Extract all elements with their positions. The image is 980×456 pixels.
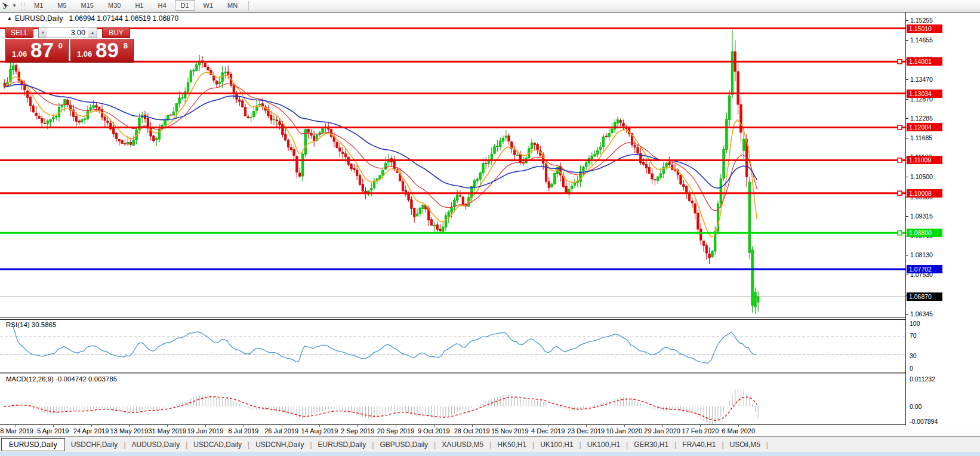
date-tick xyxy=(358,425,358,427)
macd-scale-label: -0.007894 xyxy=(910,418,938,425)
price-level-label: 1.14001 xyxy=(907,57,942,66)
rsi-scale-label: 100 xyxy=(910,320,920,327)
tab-fra40-h1[interactable]: FRA40,H1 xyxy=(676,439,722,451)
tab-gbpusd-daily[interactable]: GBPUSD,Daily xyxy=(374,439,434,451)
price-level-label: 1.08800 xyxy=(907,229,942,237)
date-tick xyxy=(167,425,168,427)
price-level-label: 1.11009 xyxy=(907,156,942,164)
rsi-indicator-plot[interactable] xyxy=(0,320,905,372)
date-label: 13 May 2019 xyxy=(110,427,149,435)
date-tick xyxy=(53,425,54,427)
date-label: 17 Feb 2020 xyxy=(682,427,719,435)
tab-audusd-daily[interactable]: AUDUSD,Daily xyxy=(126,439,186,451)
date-label: 4 Dec 2019 xyxy=(531,427,565,435)
timeframe-button-m15[interactable]: M15 xyxy=(75,0,100,11)
date-tick xyxy=(700,425,701,427)
date-tick xyxy=(586,425,587,427)
timeframe-button-m5[interactable]: M5 xyxy=(51,0,72,11)
buy-price-prefix: 1.06 xyxy=(77,50,92,58)
collapse-icon[interactable]: ▲ xyxy=(7,16,12,21)
date-label: 6 Mar 2020 xyxy=(722,427,755,435)
tab-usdcad-daily[interactable]: USDCAD,Daily xyxy=(187,439,248,451)
price-axis-tick: 1.15255 xyxy=(906,17,933,24)
chart-title-bar: ▲EURUSD,Daily1.06994 1.07144 1.06519 1.0… xyxy=(7,14,178,23)
sell-price-big: 87 xyxy=(30,38,54,62)
tab-eurusd-daily[interactable]: EURUSD,Daily xyxy=(312,439,372,451)
date-label: 15 Nov 2019 xyxy=(491,427,528,435)
price-level-label: 1.10008 xyxy=(907,189,942,198)
tab-usoil-m5[interactable]: USOil,M5 xyxy=(724,439,766,451)
rsi-label: RSI(14) 30.5865 xyxy=(6,321,56,328)
sell-price-button[interactable]: 1.06 87 0 xyxy=(5,39,69,63)
rsi-scale-label: 70 xyxy=(910,332,917,339)
volume-input[interactable] xyxy=(47,27,88,38)
date-label: 10 Jan 2020 xyxy=(606,427,643,435)
timeframe-button-w1[interactable]: W1 xyxy=(198,0,220,11)
date-tick xyxy=(510,425,510,427)
date-label: 29 Jan 2020 xyxy=(644,427,680,435)
toolbar-grip xyxy=(21,2,24,10)
date-tick xyxy=(396,425,396,427)
price-level-label: 1.07702 xyxy=(907,265,942,273)
tab-eurusd-daily[interactable]: EURUSD,Daily xyxy=(1,438,65,451)
cursor-tool-icon[interactable] xyxy=(1,1,11,10)
chart-window[interactable]: ▲EURUSD,Daily1.06994 1.07144 1.06519 1.0… xyxy=(0,12,980,425)
toolbar-separator xyxy=(248,1,249,10)
date-label: 14 Aug 2019 xyxy=(301,427,338,435)
buy-price-big: 89 xyxy=(95,38,119,62)
tab-uk100-h1[interactable]: UK100,H1 xyxy=(581,439,626,451)
chart-tabs-bar: EURUSD,DailyUSDCHF,Daily|AUDUSD,Daily|US… xyxy=(0,436,980,452)
price-axis-tick: 1.12285 xyxy=(906,115,933,122)
price-axis-tick: 1.13470 xyxy=(906,76,933,83)
bottom-strip xyxy=(0,452,980,456)
date-label: 18 Mar 2019 xyxy=(0,427,33,435)
price-level-label: 1.13034 xyxy=(907,90,942,98)
sell-button[interactable]: SELL xyxy=(5,27,33,38)
price-axis-tick: 1.11685 xyxy=(906,134,932,141)
date-label: 23 Dec 2019 xyxy=(568,427,605,435)
timeframe-button-h1[interactable]: H1 xyxy=(129,0,149,11)
timeframe-button-m1[interactable]: M1 xyxy=(28,0,49,11)
date-tick xyxy=(15,425,16,427)
date-label: 24 Apr 2019 xyxy=(73,427,109,435)
date-tick xyxy=(244,425,244,427)
volume-increase-button[interactable]: ▲ xyxy=(88,27,97,38)
timeframe-button-group: M1M5M15M30H1H4D1W1MN xyxy=(27,0,245,11)
toolbar: ▼ M1M5M15M30H1H4D1W1MN xyxy=(0,0,980,11)
date-tick xyxy=(319,425,320,427)
tab-usdchf-daily[interactable]: USDCHF,Daily xyxy=(65,439,124,451)
timeframe-button-h4[interactable]: H4 xyxy=(152,0,172,11)
timeframe-button-m30[interactable]: M30 xyxy=(102,0,127,11)
price-level-label: 1.15010 xyxy=(907,24,942,33)
date-tick xyxy=(282,425,282,427)
date-tick xyxy=(548,425,548,427)
price-level-label: 1.06870 xyxy=(907,292,942,301)
tab-hk50-h1[interactable]: HK50,H1 xyxy=(491,439,532,451)
date-axis: 18 Mar 20195 Apr 201924 Apr 201913 May 2… xyxy=(0,425,980,436)
price-chart-plot[interactable] xyxy=(0,13,905,318)
timeframe-button-mn[interactable]: MN xyxy=(221,0,244,11)
timeframe-button-d1[interactable]: D1 xyxy=(175,0,195,11)
price-axis: 1.152551.146551.140701.134701.128701.122… xyxy=(905,13,980,426)
tab-ger30-h1[interactable]: GER30,H1 xyxy=(628,439,674,451)
volume-decrease-button[interactable]: ▼ xyxy=(39,27,47,38)
tab-xauusd-m5[interactable]: XAUUSD,M5 xyxy=(436,439,489,451)
sell-price-sup: 0 xyxy=(58,41,63,50)
macd-indicator-plot[interactable] xyxy=(0,374,905,425)
date-label: 20 Sep 2019 xyxy=(377,427,414,435)
date-label: 28 Oct 2019 xyxy=(454,427,490,435)
date-label: 8 Jul 2019 xyxy=(228,427,258,435)
date-tick xyxy=(738,425,739,427)
date-label: 5 Apr 2019 xyxy=(37,427,69,435)
date-label: 2 Sep 2019 xyxy=(341,427,374,435)
date-label: 9 Oct 2019 xyxy=(418,427,450,435)
chevron-down-icon[interactable]: ▼ xyxy=(11,3,18,8)
tab-separator: | xyxy=(766,440,768,449)
buy-button[interactable]: BUY xyxy=(102,27,130,38)
tab-uk100-h1[interactable]: UK100,H1 xyxy=(534,439,579,451)
macd-scale-label: 0.00 xyxy=(910,403,922,410)
price-axis-tick: 1.08130 xyxy=(906,251,933,258)
tab-usdcnh-daily[interactable]: USDCNH,Daily xyxy=(249,439,310,451)
buy-price-button[interactable]: 1.06 89 8 xyxy=(70,39,134,63)
macd-scale-label: 0.011232 xyxy=(910,375,935,383)
